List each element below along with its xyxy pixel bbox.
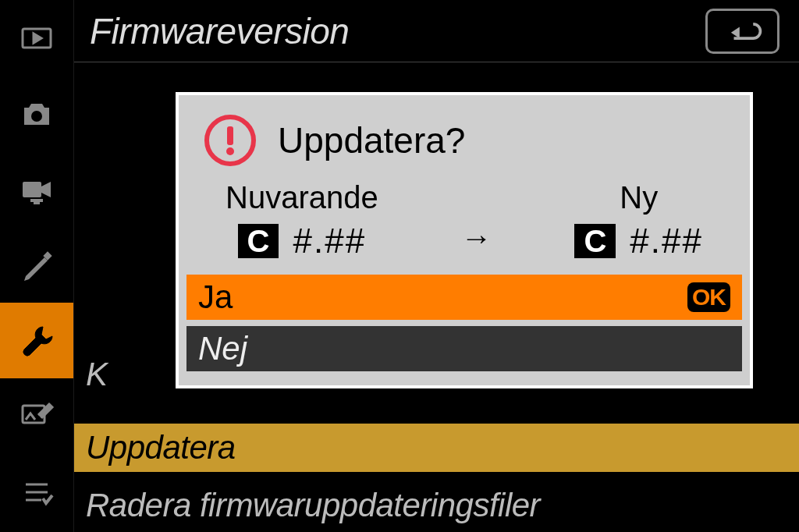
svg-point-1 bbox=[31, 111, 42, 122]
sidebar-item-mymenu[interactable] bbox=[0, 454, 73, 530]
main-panel: Firmwareversion K Uppdatera Radera firmw… bbox=[74, 0, 799, 532]
sidebar-item-video[interactable] bbox=[0, 151, 73, 227]
current-label: Nuvarande bbox=[225, 180, 378, 215]
header: Firmwareversion bbox=[74, 0, 799, 62]
pencil-icon bbox=[18, 246, 55, 284]
arrow-icon: → bbox=[461, 221, 492, 261]
new-label: Ny bbox=[620, 180, 658, 215]
camera-menu-screen: Firmwareversion K Uppdatera Radera firmw… bbox=[0, 0, 799, 532]
sidebar-item-custom[interactable] bbox=[0, 227, 73, 303]
svg-rect-11 bbox=[227, 126, 233, 145]
option-no[interactable]: Nej bbox=[186, 326, 742, 371]
retouch-icon bbox=[18, 398, 55, 435]
camera-icon bbox=[18, 95, 55, 133]
dialog-title: Uppdatera? bbox=[278, 119, 465, 161]
svg-rect-2 bbox=[23, 182, 41, 197]
version-compare: Nuvarande C #.## → Ny C #.## bbox=[179, 176, 750, 275]
back-arrow-icon bbox=[721, 18, 764, 44]
back-button[interactable] bbox=[705, 9, 779, 54]
dialog-options: Ja OK Nej bbox=[179, 275, 750, 385]
new-version-line: C #.## bbox=[574, 222, 703, 261]
current-version: #.## bbox=[293, 222, 366, 261]
option-yes-label: Ja bbox=[198, 278, 233, 316]
sidebar-item-photo[interactable] bbox=[0, 76, 73, 151]
page-title: Firmwareversion bbox=[90, 10, 705, 52]
update-dialog: Uppdatera? Nuvarande C #.## → Ny C #.## bbox=[176, 92, 753, 388]
svg-rect-4 bbox=[34, 202, 40, 204]
new-version: #.## bbox=[630, 222, 703, 261]
new-badge: C bbox=[574, 224, 616, 258]
sidebar-item-retouch[interactable] bbox=[0, 378, 73, 454]
video-icon bbox=[18, 171, 55, 208]
playback-icon bbox=[18, 20, 55, 57]
bg-row-delete[interactable]: Radera firmwaruppdateringsfiler bbox=[74, 482, 799, 529]
option-no-label: Nej bbox=[198, 330, 247, 367]
svg-rect-3 bbox=[30, 199, 43, 202]
mymenu-icon bbox=[18, 473, 55, 511]
sidebar-item-playback[interactable] bbox=[0, 0, 73, 76]
sidebar-item-setup[interactable] bbox=[0, 303, 73, 378]
alert-icon bbox=[202, 112, 258, 168]
current-badge: C bbox=[238, 224, 279, 258]
current-version-col: Nuvarande C #.## bbox=[225, 180, 378, 261]
current-version-line: C #.## bbox=[238, 222, 367, 261]
ok-badge: OK bbox=[687, 282, 730, 312]
wrench-icon bbox=[18, 322, 55, 360]
option-yes[interactable]: Ja OK bbox=[186, 275, 742, 320]
bg-row-update[interactable]: Uppdatera bbox=[74, 424, 799, 472]
new-version-col: Ny C #.## bbox=[574, 180, 703, 261]
sidebar bbox=[0, 0, 74, 532]
svg-point-12 bbox=[226, 147, 234, 155]
dialog-header: Uppdatera? bbox=[179, 95, 750, 176]
